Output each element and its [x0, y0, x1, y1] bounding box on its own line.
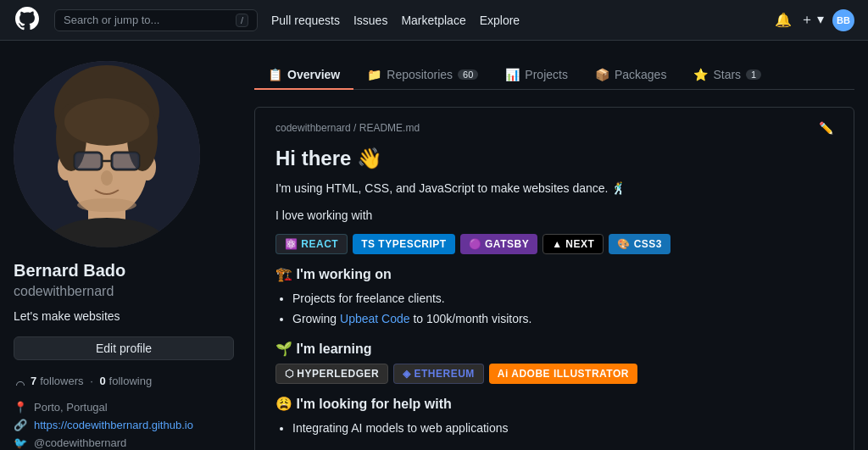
sidebar: Bernard Bado codewithbernard Let's make … [14, 61, 234, 450]
github-logo[interactable] [14, 5, 41, 35]
nav-issues[interactable]: Issues [353, 14, 387, 27]
meta-location: 📍 Porto, Portugal [14, 401, 234, 414]
tab-packages[interactable]: 📦 Packages [581, 61, 680, 90]
tab-stars[interactable]: ⭐ Stars 1 [680, 61, 775, 90]
website-link[interactable]: https://codewithbernard.github.io [34, 419, 193, 431]
plus-icon[interactable]: ＋ ▾ [800, 11, 824, 29]
user-avatar[interactable]: BB [832, 9, 854, 31]
content-area: 📋 Overview 📁 Repositories 60 📊 Projects … [254, 61, 854, 450]
location-icon: 📍 [14, 401, 27, 414]
working-on-list: Projects for freelance clients. Growing … [292, 289, 833, 330]
badge-gatsby: 🟣 GATSBY [460, 234, 537, 254]
learning-title: 🌱 I'm learning [275, 341, 833, 357]
nav-pull-requests[interactable]: Pull requests [271, 14, 340, 27]
help-item-1: Integrating AI models to web application… [292, 419, 833, 439]
overview-icon: 📋 [268, 68, 282, 81]
svg-point-18 [114, 186, 120, 190]
profile-username: codewithbernard [14, 284, 234, 299]
stars-count: 1 [746, 69, 761, 80]
followers-count: 7 [31, 375, 36, 387]
link-icon: 🔗 [14, 419, 27, 431]
following-label: following [109, 375, 153, 387]
edit-readme-icon[interactable]: ✏️ [819, 121, 833, 135]
profile-avatar [14, 61, 200, 247]
readme-heading: Hi there 👋 [275, 147, 833, 170]
location-text: Porto, Portugal [34, 401, 108, 414]
edit-profile-button[interactable]: Edit profile [14, 336, 234, 360]
readme-content: Hi there 👋 I'm using HTML, CSS, and Java… [275, 147, 833, 450]
profile-meta: 📍 Porto, Portugal 🔗 https://codewithbern… [14, 401, 234, 449]
badges-work: ⚛️ REACT TS TYPESCRIPT 🟣 GATSBY ▲ NEXT 🎨… [275, 234, 833, 254]
search-placeholder: Search or jump to... [64, 14, 159, 26]
repositories-label: Repositories [387, 68, 453, 81]
svg-point-16 [77, 198, 136, 212]
readme-path: codewithbernard / README.md [275, 122, 420, 134]
followers-line: 7 followers · 0 following [14, 374, 234, 387]
stars-icon: ⭐ [693, 68, 708, 81]
twitter-icon: 🐦 [14, 436, 27, 449]
meta-twitter: 🐦 @codewithbernard [14, 436, 234, 449]
nav-explore[interactable]: Explore [480, 14, 520, 27]
twitter-handle: @codewithbernard [34, 436, 126, 449]
upbeat-code-link[interactable]: Upbeat Code [340, 312, 410, 325]
readme-header: codewithbernard / README.md ✏️ [275, 121, 833, 135]
help-list: Integrating AI models to web application… [292, 419, 833, 439]
tab-repositories[interactable]: 📁 Repositories 60 [353, 61, 492, 90]
avatar-image [14, 61, 200, 247]
svg-rect-12 [112, 153, 139, 169]
search-shortcut: / [236, 14, 248, 27]
working-on-title: 🏗️ I'm working on [275, 266, 833, 282]
navbar: Search or jump to... / Pull requests Iss… [0, 0, 868, 41]
badge-css3: 🎨 CSS3 [609, 234, 670, 254]
svg-point-13 [101, 170, 113, 186]
svg-point-17 [93, 186, 100, 190]
repositories-count: 60 [458, 69, 478, 80]
tab-overview[interactable]: 📋 Overview [254, 61, 353, 90]
nav-marketplace[interactable]: Marketplace [401, 14, 465, 27]
packages-label: Packages [615, 68, 666, 81]
following-count: 0 [99, 375, 105, 387]
profile-bio: Let's make websites [14, 309, 234, 323]
badge-react: ⚛️ REACT [275, 234, 348, 254]
help-title: 😩 I'm looking for help with [275, 396, 833, 412]
projects-icon: 📊 [505, 68, 520, 81]
readme-box: codewithbernard / README.md ✏️ Hi there … [254, 107, 854, 450]
tab-projects[interactable]: 📊 Projects [492, 61, 581, 90]
stars-label: Stars [713, 68, 741, 81]
badge-ethereum: ◈ ETHEREUM [393, 364, 484, 384]
readme-love-prefix: I love working with [275, 206, 833, 225]
svg-point-7 [64, 98, 149, 146]
working-on-item-2: Growing Upbeat Code to 100k/month visito… [292, 309, 833, 330]
followers-label: followers [40, 375, 83, 387]
repositories-icon: 📁 [367, 68, 381, 81]
badge-hyperledger: ⬡ HYPERLEDGER [275, 364, 388, 384]
packages-icon: 📦 [595, 68, 609, 81]
profile-name: Bernard Bado [14, 261, 234, 281]
projects-label: Projects [525, 68, 568, 81]
bell-icon[interactable]: 🔔 [775, 12, 792, 28]
badge-typescript: TS TYPESCRIPT [353, 234, 455, 254]
navbar-right: 🔔 ＋ ▾ BB [775, 9, 854, 31]
main-layout: Bernard Bado codewithbernard Let's make … [0, 41, 868, 450]
badges-learning: ⬡ HYPERLEDGER ◈ ETHEREUM Ai ADOBE ILLUST… [275, 364, 833, 384]
navbar-links: Pull requests Issues Marketplace Explore [271, 14, 520, 27]
meta-website[interactable]: 🔗 https://codewithbernard.github.io [14, 419, 234, 431]
svg-rect-11 [75, 153, 102, 169]
badge-next: ▲ NEXT [542, 234, 604, 254]
working-on-item-1: Projects for freelance clients. [292, 289, 833, 309]
search-bar[interactable]: Search or jump to... / [54, 9, 258, 31]
overview-label: Overview [287, 68, 340, 81]
readme-intro: I'm using HTML, CSS, and JavaScript to m… [275, 179, 833, 197]
badge-illustrator: Ai ADOBE ILLUSTRATOR [489, 364, 637, 384]
profile-tabs: 📋 Overview 📁 Repositories 60 📊 Projects … [254, 61, 854, 90]
